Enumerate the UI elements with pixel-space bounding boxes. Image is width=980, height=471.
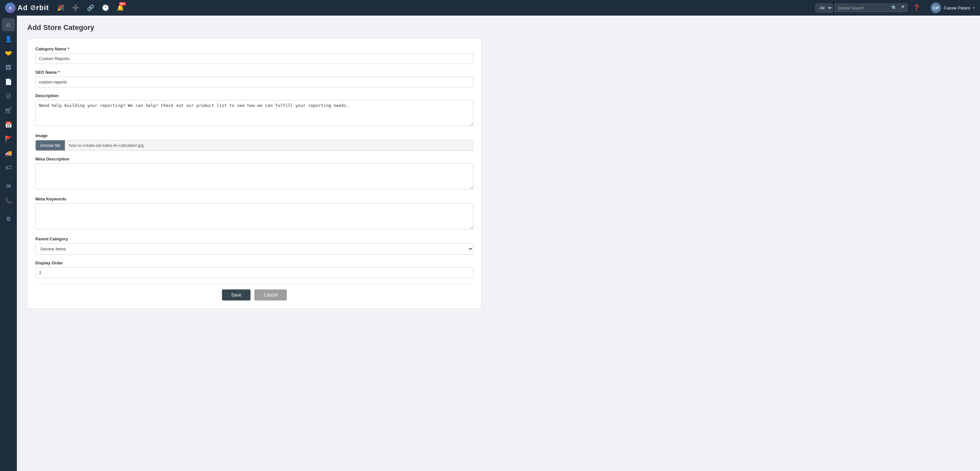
description-label: Description [35, 93, 473, 98]
display-order-label: Display Order [35, 260, 473, 265]
sidebar-item-checklist[interactable]: ☑ [2, 89, 15, 103]
seo-name-input[interactable] [35, 77, 473, 87]
seo-name-label: SEO Name * [35, 70, 473, 75]
meta-keywords-label: Meta Keywords [35, 196, 473, 201]
sidebar-item-calendar[interactable]: 📅 [2, 118, 15, 131]
sidebar-item-phone[interactable]: 📞 [2, 194, 15, 207]
meta-description-group: Meta Description [35, 156, 473, 191]
choose-file-button[interactable]: choose file [36, 141, 65, 150]
search-area: All 🔍 🎤 [816, 3, 907, 12]
sidebar-item-mail[interactable]: ✉ [2, 180, 15, 193]
description-group: Description Need help building your repo… [35, 93, 473, 127]
search-filter-select[interactable]: All [816, 3, 833, 12]
notification-badge: 99+ [119, 2, 126, 6]
sidebar-item-delivery[interactable]: 🚚 [2, 147, 15, 160]
meta-keywords-textarea[interactable] [35, 203, 473, 229]
sidebar-item-users[interactable]: 👤 [2, 32, 15, 45]
seo-name-group: SEO Name * [35, 70, 473, 87]
sidebar-item-handshake[interactable]: 🤝 [2, 47, 15, 60]
sidebar-item-image[interactable]: 🖼 [2, 61, 15, 74]
display-order-group: Display Order [35, 260, 473, 278]
parent-category-group: Parent Category Service Items Products C… [35, 236, 473, 255]
description-textarea[interactable]: Need help building your reporting? We ca… [35, 100, 473, 126]
form-card: Category Name * SEO Name * Description N… [27, 38, 482, 308]
user-area[interactable]: CP Cassie Pataro ▾ [931, 3, 975, 13]
celebration-icon-btn[interactable]: 🎉 [55, 2, 67, 14]
category-name-label: Category Name * [35, 46, 473, 51]
sidebar: ⌂ 👤 🤝 🖼 📄 ☑ 🛒 📅 🚩 🚚 🏷 ✉ 📞 ⚙ [0, 16, 17, 471]
save-button[interactable]: Save [222, 289, 251, 300]
top-navigation: A Ad ⊘rbit 🎉 ➕ 🔗 🕐 🔔 99+ All 🔍 🎤 ❓ CP Ca… [0, 0, 980, 16]
sidebar-divider [3, 177, 14, 177]
meta-keywords-group: Meta Keywords [35, 196, 473, 231]
search-input[interactable] [838, 6, 889, 10]
microphone-icon[interactable]: 🎤 [899, 5, 904, 10]
link-icon-btn[interactable]: 🔗 [85, 2, 96, 14]
search-icon: 🔍 [891, 5, 897, 10]
add-icon-btn[interactable]: ➕ [70, 2, 81, 14]
app-body: ⌂ 👤 🤝 🖼 📄 ☑ 🛒 📅 🚩 🚚 🏷 ✉ 📞 ⚙ Add Store Ca… [0, 16, 980, 471]
sidebar-item-home[interactable]: ⌂ [2, 18, 15, 31]
display-order-input[interactable] [35, 267, 473, 278]
logo-icon: A [5, 3, 16, 13]
page-title: Add Store Category [27, 23, 970, 32]
cancel-button[interactable]: Cancel [255, 289, 287, 300]
sidebar-item-flag[interactable]: 🚩 [2, 133, 15, 145]
search-box: 🔍 🎤 [835, 3, 907, 12]
main-content: Add Store Category Category Name * SEO N… [17, 16, 980, 471]
file-name-display: how-to-create-ad-sales-ltv-calculator.jp… [65, 141, 147, 150]
image-label: Image [35, 133, 473, 138]
sidebar-divider-2 [3, 209, 14, 210]
category-name-group: Category Name * [35, 46, 473, 64]
parent-category-select[interactable]: Service Items Products Custom [35, 243, 473, 255]
chevron-down-icon: ▾ [973, 6, 975, 10]
image-group: Image choose file how-to-create-ad-sales… [35, 133, 473, 151]
sidebar-item-document[interactable]: 📄 [2, 75, 15, 88]
file-input-wrapper: choose file how-to-create-ad-sales-ltv-c… [35, 140, 473, 151]
sidebar-item-cart[interactable]: 🛒 [2, 104, 15, 117]
sidebar-item-tag[interactable]: 🏷 [2, 161, 15, 174]
avatar: CP [931, 3, 941, 13]
notification-icon-btn[interactable]: 🔔 99+ [115, 2, 126, 14]
meta-description-label: Meta Description [35, 156, 473, 161]
sidebar-item-settings[interactable]: ⚙ [2, 212, 15, 225]
history-icon-btn[interactable]: 🕐 [100, 2, 111, 14]
parent-category-label: Parent Category [35, 236, 473, 241]
help-icon-btn[interactable]: ❓ [910, 2, 922, 14]
logo[interactable]: A Ad ⊘rbit [5, 3, 49, 13]
user-name: Cassie Pataro [943, 6, 970, 10]
meta-description-textarea[interactable] [35, 163, 473, 189]
category-name-input[interactable] [35, 53, 473, 64]
form-actions: Save Cancel [35, 284, 473, 300]
logo-text: Ad ⊘rbit [18, 3, 49, 12]
